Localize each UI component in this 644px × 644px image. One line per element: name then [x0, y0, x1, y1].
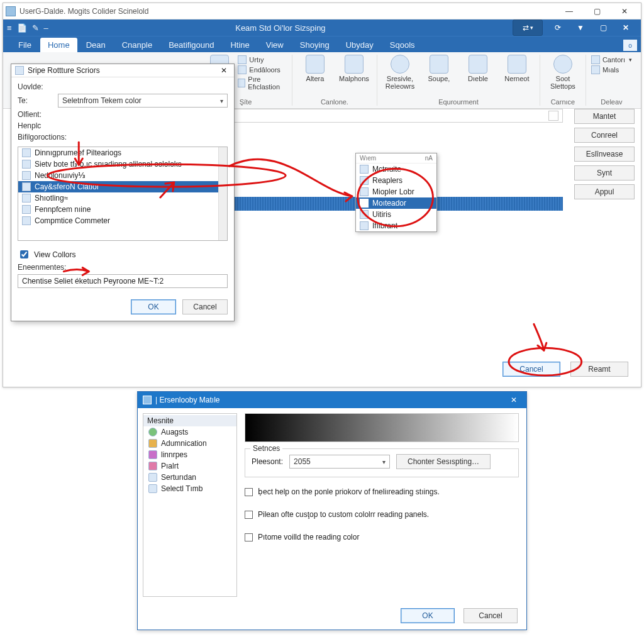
restore-icon[interactable]: ▢	[592, 19, 614, 36]
popup-item[interactable]: Ifılbrant	[356, 220, 436, 231]
sidebar-item[interactable]: Auagsts	[143, 426, 236, 438]
side-btn-synt[interactable]: Synt	[574, 165, 635, 180]
palette-icon	[148, 462, 157, 470]
options-list[interactable]: Dinnıgprumeef Pilteariogs Sietv bote tf₃…	[18, 147, 228, 241]
option-icon	[22, 216, 31, 225]
entry-input[interactable]: Chentise Seliet éketuch Peyroone ME~T:2	[18, 274, 228, 288]
tab-file[interactable]: File	[11, 38, 39, 52]
ribbon-item-sresivle[interactable]: Sresivle, Reìeowrs	[382, 55, 418, 90]
list-item-selected: Cay&sferoN Clatior	[18, 181, 227, 192]
settings-dialog-icon	[143, 396, 152, 404]
tab-htine[interactable]: Htine	[223, 38, 257, 52]
popup-item-icon	[360, 176, 369, 185]
sidebar-header: Mesnite	[143, 415, 236, 426]
settings-dialog: | Ersenlooby Matıle ✕ Mesnite Auagsts Ad…	[137, 391, 527, 630]
tab-background[interactable]: Beatifigound	[161, 38, 221, 52]
doc-close-icon[interactable]: ✕	[614, 19, 637, 36]
maximize-button[interactable]: ▢	[583, 3, 611, 19]
ribbon-item-soot[interactable]: Soot Slettops	[545, 55, 580, 90]
ribbon-group-equipment: Sresivle, Reìeowrs Soupe, Dıeble Nerneot…	[377, 55, 540, 106]
chevron-down-icon[interactable]: ▼	[569, 19, 592, 36]
qat-edit-icon[interactable]: ✎	[32, 23, 39, 33]
window-controls: — ▢ ✕	[555, 3, 638, 19]
popup-item[interactable]: Uitiris	[356, 209, 436, 220]
cancel-button-main[interactable]: Cancel	[502, 362, 560, 377]
settings-close-icon[interactable]: ✕	[506, 394, 521, 406]
settings-ok-button[interactable]: OK	[401, 608, 455, 623]
document-header: ≡ 📄 ✎ – Keam Std Oi'lor Sizsping ⇄▾ ⟳ ▼ …	[3, 19, 641, 36]
dialog-ok-button[interactable]: OK	[131, 299, 176, 314]
popup-item-icon	[360, 210, 369, 219]
bottom-buttons: Cancel Reamt	[502, 362, 628, 377]
dialog-cancel-button[interactable]: Cancel	[182, 299, 228, 314]
ribbon-item-deble[interactable]: Dıeble	[460, 55, 496, 82]
theme-color-combo[interactable]: Seletnfrom Tekem color	[58, 94, 228, 108]
wand-icon	[238, 79, 245, 87]
refresh-icon[interactable]: ⟳	[547, 19, 569, 36]
popup-item[interactable]: Mctrıuite	[356, 164, 436, 175]
sidebar-item[interactable]: Serturıdan	[143, 472, 236, 483]
settings-cancel-button[interactable]: Cancel	[464, 608, 518, 623]
checkbox-icon	[245, 533, 253, 541]
close-button[interactable]: ✕	[611, 3, 638, 19]
link-icon	[508, 55, 526, 74]
sidebar-item[interactable]: Selectl Tımb	[143, 483, 236, 494]
tabs-right-badge[interactable]: o	[623, 40, 637, 51]
favorite-icon[interactable]	[548, 111, 558, 121]
ribbon-mini-efclastion[interactable]: Pıre Efıclastion	[238, 75, 287, 91]
side-btn-mantet[interactable]: Mantet	[574, 109, 635, 124]
ribbon-mini-mials[interactable]: Mıals	[591, 65, 632, 74]
sheet-icon	[469, 55, 487, 74]
ribbon-mini-urty[interactable]: Urtıy	[238, 55, 287, 64]
ribbon-mini-endloors[interactable]: Endâloors	[238, 65, 287, 74]
preset-combo[interactable]: 2055	[289, 455, 390, 469]
table-icon	[430, 55, 448, 74]
view-colors-checkbox[interactable]: View Collors	[18, 248, 228, 260]
ribbon-item-nerneot[interactable]: Nerneot	[499, 55, 535, 82]
scrollbar[interactable]	[218, 147, 227, 240]
tab-ubyday[interactable]: Ubyday	[338, 38, 381, 52]
checkbox-input[interactable]	[20, 250, 28, 258]
qat-menu-icon[interactable]: ≡	[7, 23, 12, 33]
check-reading-color[interactable]: Pıtome voilld the reading color	[245, 533, 519, 541]
tab-view[interactable]: View	[258, 38, 291, 52]
tab-cnanple[interactable]: Cnanple	[114, 38, 160, 52]
swatch-icon	[591, 55, 600, 64]
check-help[interactable]: ḅect help on the ponle priokorv of fneli…	[245, 487, 519, 496]
context-popup: WıemnA Mctrıuite Reaplers Miopler Lobr M…	[355, 153, 437, 232]
ribbon-group-label: Şíte	[240, 97, 252, 106]
sidebar-item[interactable]: Adumnication	[143, 438, 236, 449]
ribbon-mini-cantor[interactable]: Cantorı▾	[591, 55, 632, 64]
side-btn-eslinvease[interactable]: Eslînvease	[574, 147, 635, 162]
preset-label: Pleesont:	[252, 457, 283, 466]
share-button[interactable]: ⇄▾	[513, 19, 543, 36]
check-custom-panels[interactable]: Pilean ofte cusţop to custom cololrr rea…	[245, 510, 519, 519]
popup-item[interactable]: Miopler Lobr	[356, 186, 436, 197]
reamt-button[interactable]: Reamt	[570, 362, 628, 377]
tab-home[interactable]: Home	[40, 38, 77, 52]
popup-item[interactable]: Reaplers	[356, 175, 436, 186]
ribbon-item-soupe[interactable]: Soupe,	[421, 55, 457, 82]
popup-item-icon	[360, 199, 369, 208]
tab-shoying[interactable]: Shoying	[292, 38, 337, 52]
sidebar-item[interactable]: Pıalrt	[143, 460, 236, 472]
side-btn-conreel[interactable]: Conreel	[574, 128, 635, 143]
chooser-button[interactable]: Chonter Sesıspting…	[396, 454, 491, 469]
popup-header-right: nA	[425, 155, 433, 162]
list-item: Shıotling≈	[18, 192, 227, 204]
dialog-close-icon[interactable]: ✕	[218, 66, 230, 75]
sidebar-item[interactable]: linnrpes	[143, 449, 236, 460]
tab-dean[interactable]: Dean	[79, 38, 113, 52]
minimize-button[interactable]: —	[555, 3, 583, 19]
folder-icon	[148, 439, 157, 448]
ribbon-item-altera[interactable]: Altera	[297, 55, 333, 82]
magnify-icon	[553, 55, 572, 74]
popup-item-selected[interactable]: Moıteador	[356, 197, 436, 209]
side-btn-appul[interactable]: Appul	[574, 184, 635, 199]
option-icon	[22, 205, 31, 214]
tab-sqools[interactable]: Sqools	[382, 38, 423, 52]
ribbon-item-malphons[interactable]: Malphons	[336, 55, 372, 82]
qat-save-icon[interactable]: 📄	[17, 23, 27, 33]
option-icon	[22, 160, 31, 169]
page-icon	[306, 55, 325, 74]
